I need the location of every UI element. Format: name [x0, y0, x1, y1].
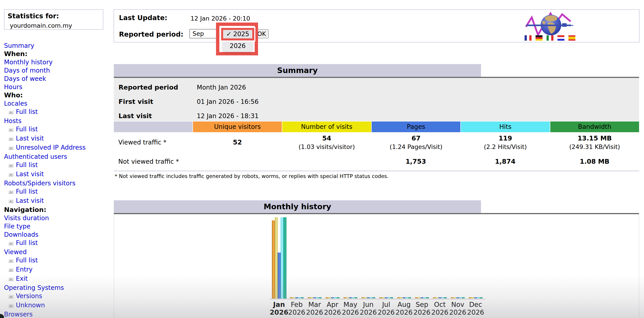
not-viewed-traffic-row: Not viewed traffic * 1,753 1,874 1.08 MB [114, 152, 639, 171]
bar-jan-hits [281, 217, 284, 299]
sidebar-nav: Summary When: Monthly history Days of mo… [4, 41, 110, 318]
not-viewed-bandwidth-cell: 1.08 MB [550, 152, 639, 171]
sidebar-item-robots-spiders[interactable]: Robots/Spiders visitors [4, 179, 110, 187]
month-label-jan[interactable]: Jan2026 [269, 301, 289, 316]
sidebar-sublink-label[interactable]: Full list [16, 108, 38, 116]
flag-germany-icon[interactable] [536, 35, 542, 41]
sidebar-sublink-label[interactable]: Last visit [16, 197, 44, 204]
sidebar-sublink-label[interactable]: Full list [16, 239, 38, 247]
sidebar-sublink-label[interactable]: Exit [16, 275, 28, 282]
sidebar-item-hosts-full-list[interactable]: Full list [4, 125, 110, 134]
mini-bars-jul [379, 297, 393, 298]
year-option-2026[interactable]: 2026 [222, 41, 253, 52]
awstats-page: Statistics for: yourdomain.com.my Summar… [0, 0, 644, 318]
month-label-apr[interactable]: Apr2026 [322, 301, 342, 316]
sidebar-item-viewed-full-list[interactable]: Full list [4, 256, 110, 265]
jump-icon [8, 259, 13, 263]
viewed-hits-cell: 119(2.2 Hits/Visit) [461, 133, 550, 152]
month-label-mar[interactable]: Mar2026 [304, 301, 325, 316]
sidebar-item-summary[interactable]: Summary [4, 41, 110, 50]
sidebar-item-viewed-exit[interactable]: Exit [4, 275, 110, 284]
sidebar-sublink-label[interactable]: Unknown [16, 302, 45, 309]
summary-table-bottom-line [114, 171, 639, 171]
sidebar-item-downloads-full-list[interactable]: Full list [4, 239, 110, 248]
flag-italy-icon[interactable] [546, 35, 554, 41]
flag-france-icon[interactable] [524, 35, 532, 41]
sidebar-header-navigation: Navigation: [4, 206, 110, 214]
chart-baseline-shadow [270, 299, 485, 300]
sidebar-sublink-label[interactable]: Full list [16, 161, 38, 168]
col-bandwidth: Bandwidth [550, 122, 639, 132]
sidebar-item-days-of-week[interactable]: Days of week [4, 75, 110, 83]
sidebar-item-visits-duration[interactable]: Visits duration [4, 214, 110, 222]
row-label: First visit [118, 98, 197, 105]
sidebar-sublink-label[interactable]: Unresolved IP Address [16, 144, 86, 151]
sidebar-item-robots-full-list[interactable]: Full list [4, 187, 110, 196]
month-label-sep[interactable]: Sep2026 [412, 301, 432, 316]
sidebar-item-viewed-entry[interactable]: Entry [4, 265, 110, 275]
mini-bars-may [344, 297, 357, 298]
window-corner [0, 314, 4, 318]
sidebar-item-file-type[interactable]: File type [4, 222, 110, 230]
jump-icon [8, 173, 13, 176]
month-label-jul[interactable]: Jul2026 [376, 301, 396, 316]
sidebar-item-os-versions[interactable]: Versions [4, 292, 110, 301]
sidebar-sublink-label[interactable]: Last visit [16, 135, 44, 142]
sidebar-item-monthly-history[interactable]: Monthly history [4, 58, 110, 66]
col-number-of-visits: Number of visits [282, 122, 371, 132]
sidebar-item-viewed[interactable]: Viewed [4, 248, 110, 256]
sidebar-item-authenticated-users[interactable]: Authenticated users [4, 153, 110, 161]
sidebar-item-locales-full-list[interactable]: Full list [4, 108, 110, 117]
sidebar-item-auth-last-visit[interactable]: Last visit [4, 170, 110, 179]
not-viewed-pages-cell: 1,753 [372, 152, 460, 171]
sidebar-item-downloads[interactable]: Downloads [4, 230, 110, 239]
sidebar-sublink-label[interactable]: Versions [16, 292, 42, 300]
sidebar-sublink-label[interactable]: Full list [16, 257, 38, 264]
mini-bars-sep [415, 297, 429, 298]
jump-icon [8, 190, 13, 194]
sidebar-item-auth-full-list[interactable]: Full list [4, 161, 110, 170]
sidebar-sublink-label[interactable]: Full list [16, 126, 38, 133]
month-label-may[interactable]: May2026 [340, 301, 360, 316]
bar-jan-unique-visitors [272, 220, 275, 299]
sidebar-sublink-label[interactable]: Full list [16, 188, 38, 195]
sidebar-item-robots-last-visit[interactable]: Last visit [4, 196, 110, 206]
year-option-2025[interactable]: ✓2025 [224, 30, 252, 38]
jump-icon [8, 268, 13, 272]
sidebar-item-hosts-last-visit[interactable]: Last visit [4, 134, 110, 143]
sidebar-item-locales[interactable]: Locales [4, 99, 110, 108]
reported-period-label: Reported period: [119, 30, 183, 38]
month-label-nov[interactable]: Nov2026 [448, 301, 468, 316]
bar-jan-number-of-visits [275, 217, 278, 299]
month-select[interactable]: Sep [190, 29, 218, 38]
month-label-jun[interactable]: Jun2026 [358, 301, 378, 316]
jump-icon [8, 295, 13, 298]
summary-info-panel: Reported periodMonth Jan 2026 First visi… [114, 78, 639, 121]
jump-icon [8, 277, 13, 281]
sidebar-item-operating-systems[interactable]: Operating Systems [4, 284, 110, 292]
viewed-traffic-label: Viewed traffic * [114, 133, 192, 152]
last-update-label: Last Update: [119, 14, 167, 22]
summary-header-row: Unique visitors Number of visits Pages H… [114, 122, 639, 132]
reported-period-row: Reported periodMonth Jan 2026 [118, 84, 246, 91]
flag-spain-icon[interactable] [568, 35, 575, 41]
statistics-for-box: Statistics for: yourdomain.com.my [4, 9, 103, 30]
sidebar-sublink-label[interactable]: Last visit [16, 170, 44, 178]
mini-bars-apr [326, 297, 340, 298]
sidebar-item-unresolved-ip[interactable]: Unresolved IP Address [4, 143, 110, 153]
sidebar-item-hours[interactable]: Hours [4, 83, 110, 91]
sidebar-sublink-label[interactable]: Entry [16, 266, 33, 273]
last-visit-row: Last visit12 Jan 2026 - 18:31 [118, 112, 258, 120]
sidebar-item-hosts[interactable]: Hosts [4, 117, 110, 125]
month-label-aug[interactable]: Aug2026 [394, 301, 414, 316]
month-label-feb[interactable]: Feb2026 [287, 301, 307, 316]
month-label-oct[interactable]: Oct2026 [430, 301, 450, 316]
sidebar-item-days-of-month[interactable]: Days of month [4, 66, 110, 75]
flag-netherlands-icon[interactable] [558, 35, 564, 41]
year-option-label: 2025 [233, 30, 249, 38]
bar-jan-bandwidth [284, 217, 286, 299]
month-label-dec[interactable]: Dec2026 [466, 301, 486, 316]
jump-icon [8, 146, 13, 150]
sidebar-item-os-unknown[interactable]: Unknown [4, 301, 110, 310]
sidebar-item-browsers[interactable]: Browsers [4, 310, 110, 318]
